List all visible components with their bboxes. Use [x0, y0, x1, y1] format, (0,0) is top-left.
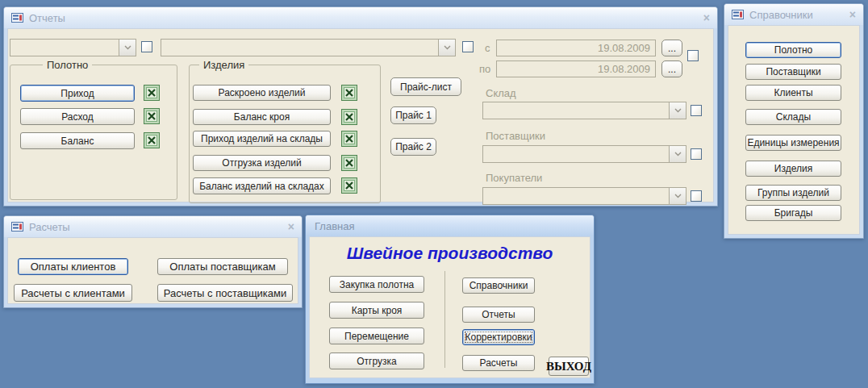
calculations-titlebar[interactable]: Расчеты × [4, 216, 302, 237]
date-from-picker-button[interactable]: ... [661, 40, 682, 56]
excel-icon [340, 177, 358, 194]
excel-export-button[interactable] [340, 108, 358, 126]
products-group-label: Изделия [199, 59, 248, 71]
ref-units-button[interactable]: Единицы измерения [745, 135, 841, 151]
price-1-button[interactable]: Прайс 1 [390, 106, 436, 124]
report-combo-left-checkbox[interactable] [141, 41, 152, 52]
open-references-button[interactable]: Справочники [462, 277, 535, 294]
buyers-filter-label: Покупатели [486, 172, 542, 184]
date-from-field[interactable]: 19.08.2009 [496, 40, 656, 56]
report-combo-right[interactable] [161, 39, 456, 56]
cut-balance-button[interactable]: Баланс кроя [193, 109, 331, 125]
excel-export-button[interactable] [340, 130, 358, 148]
exit-button[interactable]: ВЫХОД [549, 357, 589, 376]
excel-icon [143, 107, 161, 125]
fabric-expense-button[interactable]: Расход [20, 108, 135, 125]
app-heading: Швейное производство [310, 244, 590, 263]
buyers-filter-combo[interactable] [482, 187, 686, 205]
excel-export-button[interactable] [340, 84, 358, 102]
chevron-down-icon[interactable] [438, 40, 455, 56]
reports-client: Полотно Приход Расход Баланс Изделия Рас… [7, 28, 714, 202]
supplier-payments-button[interactable]: Оплаты поставщикам [157, 258, 288, 275]
ref-products-button[interactable]: Изделия [745, 161, 841, 177]
fabric-income-button[interactable]: Приход [20, 85, 135, 102]
desktop: Отчеты × Полотно Приход Расход Баланс [0, 0, 868, 388]
excel-export-button[interactable] [143, 107, 161, 125]
references-client: Полотно Поставщики Клиенты Склады Единиц… [728, 25, 860, 235]
references-titlebar[interactable]: Справочники × [724, 4, 863, 25]
report-combo-right-checkbox[interactable] [462, 41, 474, 52]
ref-warehouses-button[interactable]: Склады [745, 109, 841, 125]
date-to-picker-button[interactable]: ... [661, 60, 682, 77]
excel-icon [340, 108, 358, 126]
fabric-balance-button[interactable]: Баланс [20, 132, 135, 149]
transfer-button[interactable]: Перемещение [329, 328, 424, 344]
products-balance-warehouses-button[interactable]: Баланс изделий на складах [193, 177, 331, 194]
excel-export-button[interactable] [340, 177, 358, 194]
excel-export-button[interactable] [143, 131, 161, 149]
client-settlements-button[interactable]: Расчеты с клиентами [14, 284, 132, 302]
excel-icon [143, 131, 161, 149]
cut-maps-button[interactable]: Карты кроя [329, 302, 424, 319]
ref-fabric-button[interactable]: Полотно [745, 42, 841, 58]
excel-icon [340, 154, 358, 172]
fabric-purchase-button[interactable]: Закупка полотна [329, 276, 424, 293]
window-reports: Отчеты × Полотно Приход Расход Баланс [3, 6, 718, 207]
suppliers-filter-checkbox[interactable] [691, 148, 702, 160]
calculations-client: Оплаты клиентов Оплаты поставщикам Расче… [7, 237, 298, 304]
excel-export-button[interactable] [143, 84, 161, 102]
open-calculations-button[interactable]: Расчеты [462, 355, 535, 371]
ref-suppliers-button[interactable]: Поставщики [745, 64, 841, 80]
main-window-title: Главная [315, 220, 354, 232]
ref-product-groups-button[interactable]: Группы изделий [745, 185, 841, 201]
form-icon [11, 13, 23, 23]
window-main: Главная Швейное производство Закупка пол… [305, 215, 595, 384]
chevron-down-icon[interactable] [669, 146, 686, 162]
warehouse-filter-label: Склад [486, 87, 516, 99]
chevron-down-icon[interactable] [669, 188, 686, 204]
suppliers-filter-label: Поставщики [486, 130, 545, 142]
shipment-button[interactable]: Отгрузка [329, 353, 424, 369]
date-from-label: с [485, 42, 490, 54]
ref-clients-button[interactable]: Клиенты [745, 85, 841, 101]
warehouse-filter-combo[interactable] [482, 102, 686, 119]
price-2-button[interactable]: Прайс 2 [390, 138, 436, 156]
suppliers-filter-combo[interactable] [482, 145, 686, 163]
excel-icon [340, 84, 358, 102]
main-titlebar[interactable]: Главная [306, 215, 594, 236]
products-cut-button[interactable]: Раскроено изделий [193, 85, 331, 101]
ref-brigades-button[interactable]: Бригады [745, 205, 841, 221]
window-calculations: Расчеты × Оплаты клиентов Оплаты поставщ… [3, 215, 303, 308]
excel-icon [340, 130, 358, 148]
date-to-field[interactable]: 19.08.2009 [496, 60, 656, 77]
form-icon [11, 222, 23, 232]
window-references: Справочники × Полотно Поставщики Клиенты… [724, 3, 864, 239]
report-combo-left[interactable] [10, 39, 136, 56]
form-icon [732, 10, 744, 19]
reports-titlebar[interactable]: Отчеты × [4, 7, 717, 28]
close-icon[interactable]: × [849, 9, 856, 20]
date-to-label: по [479, 63, 490, 75]
warehouse-filter-checkbox[interactable] [691, 105, 702, 116]
excel-export-button[interactable] [340, 154, 358, 172]
adjustments-button[interactable]: Корректировки [462, 329, 535, 345]
open-reports-button[interactable]: Отчеты [462, 307, 535, 323]
divider [444, 271, 445, 368]
products-shipment-button[interactable]: Отгрузка изделий [193, 155, 331, 171]
fabric-group-label: Полотно [43, 59, 92, 71]
price-list-button[interactable]: Прайс-лист [390, 77, 461, 96]
main-client: Швейное производство Закупка полотна Кар… [309, 236, 590, 378]
excel-icon [143, 84, 161, 102]
products-income-warehouses-button[interactable]: Приход изделий на склады [193, 131, 331, 147]
supplier-settlements-button[interactable]: Расчеты с поставщиками [157, 284, 293, 302]
chevron-down-icon[interactable] [119, 40, 136, 56]
close-icon[interactable]: × [703, 12, 710, 23]
client-payments-button[interactable]: Оплаты клиентов [18, 258, 128, 275]
buyers-filter-checkbox[interactable] [691, 190, 702, 202]
chevron-down-icon[interactable] [669, 102, 686, 119]
close-icon[interactable]: × [288, 221, 294, 232]
calculations-window-title: Расчеты [29, 221, 70, 233]
period-checkbox[interactable] [687, 50, 699, 61]
references-window-title: Справочники [749, 9, 813, 21]
reports-window-title: Отчеты [29, 12, 65, 24]
